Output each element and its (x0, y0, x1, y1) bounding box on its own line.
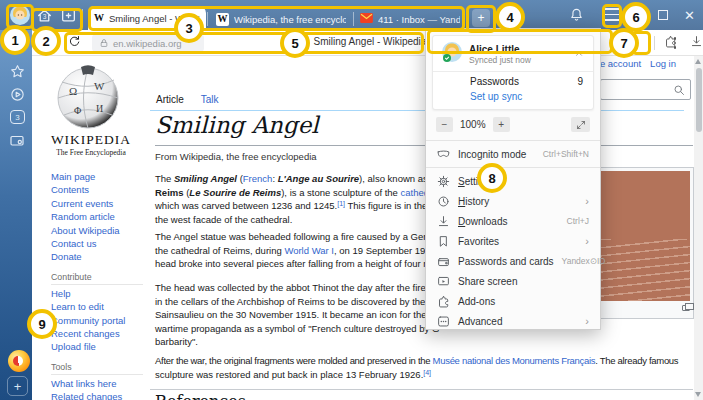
menu-item-add-ons[interactable]: Add-ons (426, 291, 600, 311)
reference-link[interactable]: [1] (337, 200, 345, 207)
article-paragraph: The Angel statue was beheaded following … (155, 230, 434, 271)
text-run: head broke into several pieces after fal… (155, 258, 431, 269)
annotation-callout-4: 4 (495, 2, 525, 32)
menu-right-label: Yandex⊙ID (562, 256, 606, 266)
menu-item-share-screen[interactable]: Share screen (426, 271, 600, 291)
wikipedia-logo[interactable]: Ω W Φ И (52, 60, 124, 132)
page-tab-article[interactable]: Article (156, 94, 184, 105)
screen-share-icon (437, 275, 450, 288)
annotation-callout-1: 1 (0, 25, 30, 55)
text-run: wartime propaganda as a symbol of "Frenc… (155, 323, 439, 334)
text-run: , on 19 September 191 (334, 245, 431, 256)
screen-cast-icon[interactable] (9, 133, 25, 149)
sync-status: Synced just now (469, 55, 531, 65)
menu-shortcut: Ctrl+J (567, 216, 589, 226)
text-run: which was carved between 1236 and 1245. (155, 200, 337, 211)
text-run: in the cellars of the Archbishop of Reim… (155, 296, 433, 307)
page-scrollbar[interactable] (694, 56, 703, 400)
sidebar-add-button[interactable]: + (7, 376, 28, 396)
sidebar-link[interactable]: Help (51, 287, 151, 300)
submenu-chevron-icon: › (585, 316, 589, 327)
zoom-controls: − 100% + (426, 110, 600, 137)
annotation-highlight-box (88, 6, 465, 31)
sidebar-link[interactable]: Learn to edit (51, 300, 151, 313)
inline-link[interactable]: French (243, 173, 273, 184)
sidebar-link[interactable]: Main page (51, 170, 151, 183)
sidebar-link[interactable]: Current events (51, 197, 151, 210)
downloads-tray-icon[interactable] (690, 35, 703, 48)
search-icon (673, 84, 685, 96)
submenu-chevron-icon: › (585, 196, 589, 207)
zoom-in-button[interactable]: + (493, 117, 510, 132)
browser-sidebar-strip (0, 30, 32, 400)
menu-item-incognito-mode[interactable]: Incognito modeCtrl+Shift+N (426, 144, 600, 164)
sidebar-link[interactable]: Related changes (51, 390, 151, 400)
annotation-callout-8: 8 (477, 163, 507, 193)
svg-text:И: И (96, 103, 103, 114)
annotation-highlight-box (602, 4, 622, 28)
play-media-icon[interactable] (10, 87, 25, 102)
annotation-highlight-box (64, 32, 424, 54)
article-subtitle: From Wikipedia, the free encyclopedia (155, 151, 317, 162)
menu-item-downloads[interactable]: DownloadsCtrl+J (426, 211, 600, 231)
sidebar-link[interactable]: Random article (51, 210, 151, 223)
inline-link[interactable]: World War I (284, 245, 334, 256)
window-close-button[interactable]: ✕ (684, 9, 695, 22)
browser-menu-dropdown: Alice Little Synced just now Passwords 9… (425, 28, 601, 330)
sidebar-link[interactable]: About Wikipedia (51, 224, 151, 237)
passwords-count: 9 (577, 76, 583, 87)
article-paragraph: After the war, the original fragments we… (155, 354, 678, 381)
favorites-star-icon[interactable] (10, 64, 25, 79)
fullscreen-expand-button[interactable] (571, 117, 590, 132)
wikipedia-sidebar-nav: Main pageContentsCurrent eventsRandom ar… (51, 170, 151, 400)
image-expand-icon[interactable] (682, 305, 690, 311)
zoom-value: 100% (460, 119, 486, 130)
menu-item-favorites[interactable]: Favorites› (426, 231, 600, 251)
page-tab-talk[interactable]: Talk (201, 94, 219, 105)
extensions-puzzle-icon[interactable] (664, 35, 677, 48)
window-maximize-button[interactable] (658, 10, 668, 20)
reference-link[interactable]: [4] (423, 369, 431, 376)
notifications-bell-icon[interactable] (569, 7, 584, 22)
menu-item-history[interactable]: History› (426, 191, 600, 211)
sidebar-link[interactable]: Contact us (51, 237, 151, 250)
wallet-icon (437, 255, 450, 268)
inline-link[interactable]: Musée national des Monuments Français (433, 355, 596, 366)
text-run: This figure is in the (345, 200, 427, 211)
scroll-up-arrow[interactable] (695, 59, 701, 64)
set-up-sync-link[interactable]: Set up sync (433, 89, 593, 109)
passwords-row[interactable]: Passwords 9 (433, 74, 593, 89)
annotation-callout-2: 2 (31, 26, 61, 56)
wikipedia-wordmark: WIKIPEDIA (32, 132, 150, 148)
text-run: . The already famous (595, 355, 678, 366)
menu-item-label: History (458, 196, 577, 207)
sidebar-link[interactable]: Community portal (51, 314, 151, 327)
zoom-out-button[interactable]: − (436, 117, 453, 132)
text-emphasis: Reims (155, 187, 184, 198)
menu-item-passwords-and-cards[interactable]: Passwords and cardsYandex⊙ID (426, 251, 600, 271)
menu-item-advanced[interactable]: Advanced› (426, 311, 600, 331)
sidebar-link[interactable]: What links here (51, 377, 151, 390)
article-image-thumbnail[interactable] (597, 167, 694, 319)
yandex-browser-icon[interactable] (8, 350, 30, 372)
wikipedia-tagline: The Free Encyclopedia (32, 148, 150, 157)
text-run: ), is a stone sculpture of the (281, 187, 400, 198)
personal-link[interactable]: Log in (650, 58, 676, 69)
sidebar-link[interactable]: Upload file (51, 340, 151, 353)
references-rule (150, 389, 693, 390)
text-run: The Angel statue was beheaded following … (155, 231, 434, 242)
tab-groups-icon[interactable]: 3 (10, 110, 25, 124)
scrollbar-thumb[interactable] (696, 68, 702, 132)
menu-item-settings[interactable]: Settings (426, 171, 600, 191)
text-emphasis: Smiling Angel (174, 173, 237, 184)
sidebar-link[interactable]: Recent changes (51, 327, 151, 340)
text-run: the west facade of the cathedral. (155, 214, 292, 225)
menu-item-label: Passwords and cards (458, 256, 554, 267)
sidebar-link[interactable]: Donate (51, 250, 151, 263)
article-paragraph: The Smiling Angel (French: L'Ange au Sou… (155, 172, 438, 226)
wiki-search-input[interactable] (600, 79, 691, 100)
sidebar-link[interactable]: Contents (51, 183, 151, 196)
menu-item-label: Share screen (458, 276, 589, 287)
scroll-down-arrow[interactable] (695, 392, 701, 397)
submenu-chevron-icon: › (585, 236, 589, 247)
